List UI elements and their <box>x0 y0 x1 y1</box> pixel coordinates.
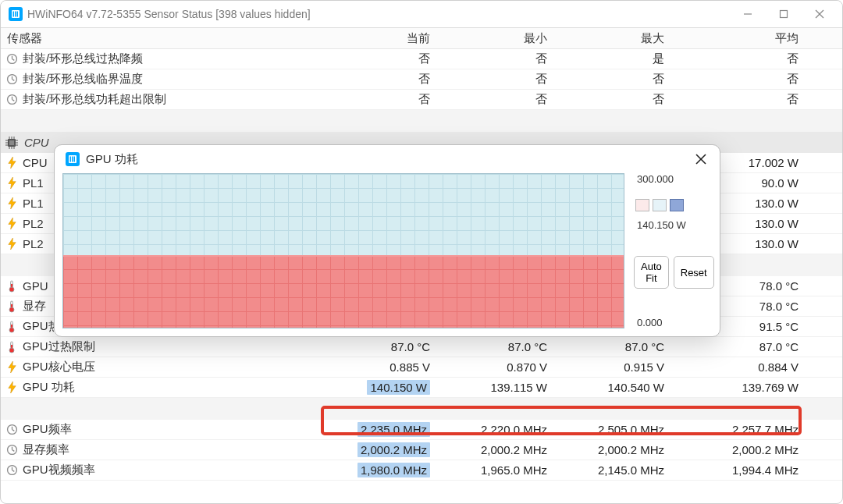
sensor-row[interactable]: GPU核心电压0.885 V0.870 V0.915 V0.884 V <box>1 357 842 378</box>
clock-icon <box>5 424 18 436</box>
col-current[interactable]: 当前 <box>335 31 452 46</box>
svg-rect-18 <box>9 140 14 145</box>
svg-point-47 <box>9 348 14 353</box>
sensor-name: GPU 功耗 <box>23 380 75 395</box>
value-max: 2,145.0 MHz <box>569 463 686 477</box>
titlebar[interactable]: HWiNFO64 v7.72-5355 Sensor Status [398 v… <box>1 1 842 27</box>
svg-rect-1 <box>13 12 15 17</box>
swatch-2[interactable] <box>653 199 667 211</box>
sensor-name: 封装/环形总线功耗超出限制 <box>23 92 166 107</box>
value-min: 否 <box>452 72 569 87</box>
sensor-row[interactable]: 显存频率2,000.2 MHz2,000.2 MHz2,000.2 MHz2,0… <box>1 440 842 460</box>
chip-icon <box>5 137 18 149</box>
legend-swatches[interactable] <box>634 199 712 211</box>
reset-button[interactable]: Reset <box>674 256 714 289</box>
sensor-row[interactable]: GPU过热限制87.0 °C87.0 °C87.0 °C87.0 °C <box>1 337 842 357</box>
value-max: 否 <box>569 92 686 107</box>
svg-line-10 <box>12 59 14 61</box>
value-cur: 否 <box>335 51 452 66</box>
maximize-button[interactable] <box>766 2 802 27</box>
svg-marker-33 <box>8 197 15 209</box>
graph-popup[interactable]: GPU 功耗 300.000 1 <box>54 144 720 337</box>
value-min: 1,965.0 MHz <box>452 463 569 477</box>
clock-icon <box>5 53 18 66</box>
current-value-label: 140.150 W <box>634 219 712 231</box>
sensor-row[interactable]: 封装/环形总线临界温度否否否否 <box>1 69 842 90</box>
value-max: 2,505.0 MHz <box>569 423 686 436</box>
thermometer-icon <box>5 341 18 353</box>
sensor-name: GPU过热限制 <box>23 339 95 354</box>
svg-marker-48 <box>8 361 15 373</box>
value-max: 0.915 V <box>569 360 686 374</box>
autofit-button[interactable]: Auto Fit <box>634 256 669 289</box>
clock-icon <box>5 73 18 86</box>
bolt-icon <box>5 361 18 374</box>
value-min: 0.870 V <box>452 360 569 374</box>
graph-area[interactable] <box>62 173 624 328</box>
value-cur: 1,980.0 MHz <box>335 463 452 477</box>
col-sensor[interactable]: 传感器 <box>1 31 335 46</box>
value-max: 2,000.2 MHz <box>569 443 686 456</box>
svg-marker-34 <box>8 218 15 229</box>
sensor-name: PL1 <box>23 176 44 190</box>
col-avg[interactable]: 平均 <box>686 31 820 46</box>
svg-line-55 <box>12 450 14 452</box>
value-avg: 1,994.4 MHz <box>686 463 820 477</box>
sensor-row[interactable]: 封装/环形总线过热降频否否是否 <box>1 49 842 69</box>
swatch-1[interactable] <box>635 199 649 211</box>
value-avg: 2,000.2 MHz <box>686 443 820 456</box>
col-max[interactable]: 最大 <box>569 31 686 46</box>
minimize-button[interactable] <box>730 2 766 27</box>
clock-icon <box>5 94 18 106</box>
y-max-label: 300.000 <box>634 173 712 185</box>
sensor-name: 显存 <box>23 299 46 314</box>
sensor-row[interactable]: 封装/环形总线功耗超出限制否否否否 <box>1 90 842 110</box>
close-button[interactable] <box>802 2 838 27</box>
value-cur: 0.885 V <box>335 360 452 374</box>
sensor-name: CPU <box>23 156 48 169</box>
value-avg: 否 <box>686 92 820 107</box>
svg-line-58 <box>12 470 14 472</box>
sensor-body: 传感器 当前 最小 最大 平均 封装/环形总线过热降频否否是否封装/环形总线临界… <box>1 27 842 504</box>
bolt-icon <box>5 238 18 250</box>
sensor-name: PL2 <box>23 237 44 250</box>
value-avg: 否 <box>686 51 820 66</box>
sensor-name: GPU核心电压 <box>23 360 95 374</box>
bolt-icon <box>5 177 18 190</box>
popup-close-button[interactable] <box>690 148 712 170</box>
svg-point-44 <box>9 328 14 332</box>
value-max: 否 <box>569 72 686 87</box>
value-min: 2,220.0 MHz <box>452 423 569 436</box>
sensor-name: GPU <box>23 279 48 293</box>
graph-sidebar: 300.000 140.150 W Auto Fit Reset 0.000 <box>634 173 712 328</box>
value-cur: 否 <box>335 92 452 107</box>
svg-rect-61 <box>72 157 73 162</box>
svg-rect-62 <box>74 157 76 162</box>
sensor-row[interactable]: GPU频率2,235.0 MHz2,220.0 MHz2,505.0 MHz2,… <box>1 420 842 440</box>
separator <box>1 398 842 420</box>
header-row[interactable]: 传感器 当前 最小 最大 平均 <box>1 27 842 49</box>
sensor-row[interactable]: GPU 功耗140.150 W139.115 W140.540 W139.769… <box>1 378 842 398</box>
app-icon <box>9 7 23 21</box>
value-avg: 139.769 W <box>686 381 820 394</box>
svg-point-38 <box>9 287 14 292</box>
value-max: 是 <box>569 51 686 66</box>
y-min-label: 0.000 <box>634 317 712 328</box>
value-min: 否 <box>452 92 569 107</box>
svg-line-16 <box>12 100 14 101</box>
value-avg: 0.884 V <box>686 360 820 374</box>
bolt-icon <box>5 197 18 210</box>
value-min: 87.0 °C <box>452 340 569 353</box>
svg-marker-49 <box>8 382 15 393</box>
popup-titlebar[interactable]: GPU 功耗 <box>55 145 720 173</box>
svg-line-13 <box>12 80 14 81</box>
swatch-3[interactable] <box>670 199 684 211</box>
popup-title: GPU 功耗 <box>86 152 138 167</box>
bolt-icon <box>5 382 18 394</box>
sensor-row[interactable]: GPU视频频率1,980.0 MHz1,965.0 MHz2,145.0 MHz… <box>1 460 842 481</box>
col-min[interactable]: 最小 <box>452 31 569 46</box>
separator <box>1 110 842 132</box>
sensor-name: GPU频率 <box>23 422 72 437</box>
main-window: HWiNFO64 v7.72-5355 Sensor Status [398 v… <box>0 0 843 504</box>
bolt-icon <box>5 157 18 169</box>
